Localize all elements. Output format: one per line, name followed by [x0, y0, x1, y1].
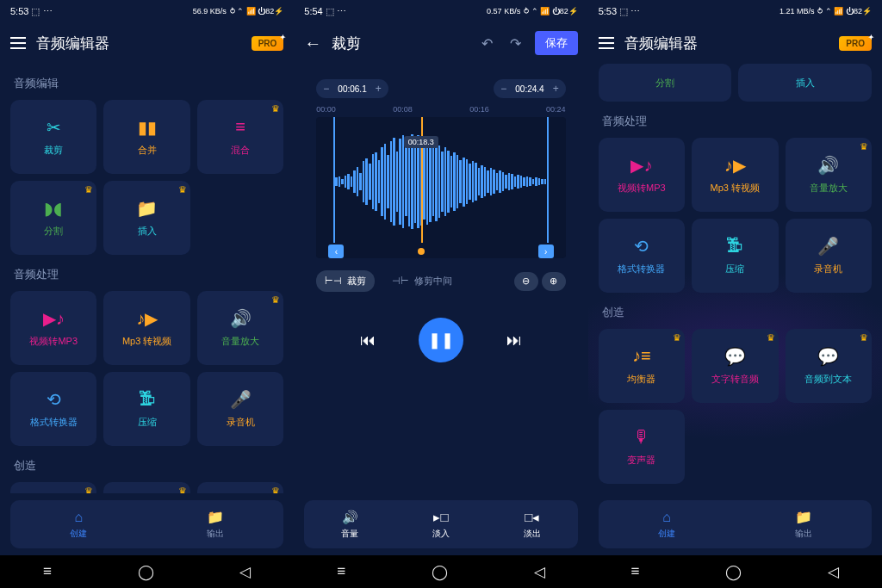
minus-icon[interactable]: − [500, 83, 506, 95]
playhead-dot[interactable] [418, 248, 425, 255]
crown-icon: ♛ [860, 332, 868, 344]
back-icon[interactable]: ◁ [828, 563, 839, 581]
nav-output[interactable]: 📁输出 [147, 500, 284, 548]
tick-label: 00:16 [469, 105, 489, 114]
back-icon[interactable]: ◁ [239, 563, 251, 581]
volume-icon: 🔊 [342, 510, 358, 525]
mode-trim-middle[interactable]: ⊣⊢修剪中间 [383, 270, 461, 292]
back-arrow-icon[interactable]: ← [304, 34, 321, 53]
card-label: 音量放大 [221, 335, 259, 348]
feature-card[interactable]: ♪▶Mp3 转视频 [103, 291, 189, 365]
feature-card[interactable]: 分割 [599, 64, 732, 102]
recent-icon[interactable]: ≡ [43, 563, 52, 580]
card-label: 压缩 [725, 263, 744, 275]
pro-badge[interactable]: PRO [839, 36, 872, 51]
status-time: 5:53 [10, 6, 28, 16]
action-fadein[interactable]: ▸□淡入 [395, 500, 487, 548]
pro-badge[interactable]: PRO [252, 36, 284, 51]
card-label: 插入 [138, 225, 157, 238]
action-fadeout[interactable]: □◂淡出 [487, 500, 578, 548]
recent-icon[interactable]: ≡ [337, 563, 345, 580]
feature-card[interactable]: ♪▶Mp3 转视频 [692, 138, 778, 212]
card-label: Mp3 转视频 [711, 182, 760, 195]
feature-card[interactable]: ♛🔊音量放大 [197, 291, 283, 365]
save-button[interactable]: 保存 [535, 31, 578, 55]
mode-trim[interactable]: ⊢⊣裁剪 [316, 270, 375, 292]
app-header: ← 裁剪 ↶↷ 保存 [294, 22, 587, 64]
card-label: 文字转音频 [711, 373, 759, 386]
nav-create[interactable]: ⌂创建 [599, 500, 736, 548]
minus-icon[interactable]: − [323, 83, 329, 95]
fadeout-icon: □◂ [525, 510, 539, 525]
home-icon[interactable]: ◯ [725, 563, 742, 581]
feature-card[interactable]: ▶♪视频转MP3 [10, 291, 96, 365]
skip-prev-icon[interactable]: ⏮ [360, 331, 376, 350]
crown-icon: ♛ [178, 184, 187, 195]
card-label: 视频转MP3 [29, 335, 78, 348]
card-label: 均衡器 [627, 373, 655, 386]
back-icon[interactable]: ◁ [534, 563, 545, 581]
card-icon: ▶♪ [43, 309, 65, 328]
action-volume[interactable]: 🔊音量 [304, 500, 395, 548]
feature-card[interactable]: ♛💬 [103, 482, 189, 493]
card-label: 裁剪 [44, 144, 63, 157]
feature-card[interactable]: ♛≡混合 [197, 100, 283, 174]
card-icon: 🎙 [633, 428, 650, 447]
zoom-out-icon[interactable]: ⊖ [514, 272, 538, 291]
start-time: 00:06.1 [338, 84, 366, 94]
waveform[interactable]: 00:18.3 ‹ › [316, 117, 565, 258]
feature-card[interactable]: ♛💬文字转音频 [692, 329, 778, 403]
skip-next-icon[interactable]: ⏭ [506, 331, 522, 350]
feature-card[interactable]: ♛💬音频到文本 [786, 329, 872, 403]
section-title-create: 创造 [14, 458, 283, 473]
start-time-control: − 00:06.1 + [316, 79, 388, 98]
zoom-in-icon[interactable]: ⊕ [542, 272, 566, 291]
tick-label: 00:08 [393, 105, 413, 114]
card-label: 压缩 [138, 416, 157, 429]
handle-right-icon[interactable]: › [538, 244, 554, 258]
feature-card[interactable]: ▶♪视频转MP3 [599, 138, 685, 212]
card-label: 混合 [231, 144, 250, 157]
feature-card[interactable]: ♛♪≡均衡器 [599, 329, 685, 403]
feature-card[interactable]: 🗜压缩 [103, 372, 189, 446]
feature-card[interactable]: 插入 [738, 64, 872, 102]
feature-card[interactable]: ⟲格式转换器 [599, 219, 685, 293]
feature-card[interactable]: ♛📁插入 [103, 181, 189, 255]
card-icon: ◗◖ [44, 199, 63, 218]
card-icon: ♪≡ [632, 347, 651, 366]
feature-card[interactable]: ♛♪≡ [10, 482, 96, 493]
pause-button[interactable]: ❚❚ [419, 318, 463, 362]
feature-card[interactable]: ▮▮合并 [103, 100, 189, 174]
app-header: 音频编辑器 PRO [588, 22, 882, 64]
handle-left-icon[interactable]: ‹ [328, 244, 344, 258]
section-title-process: 音频处理 [14, 267, 283, 282]
card-icon: 🗜 [139, 390, 156, 409]
crown-icon: ♛ [84, 486, 93, 493]
feature-card[interactable]: 🗜压缩 [692, 219, 778, 293]
feature-card[interactable]: 🎙变声器 [599, 410, 685, 484]
nav-create[interactable]: ⌂创建 [10, 500, 147, 548]
home-icon[interactable]: ◯ [432, 563, 448, 581]
main-content: 音频编辑 ✂裁剪▮▮合并♛≡混合♛◗◖分割♛📁插入 音频处理 ▶♪视频转MP3♪… [0, 64, 294, 493]
home-icon[interactable]: ◯ [138, 563, 154, 581]
feature-card[interactable]: 🎤录音机 [786, 219, 872, 293]
feature-card[interactable]: 🎤录音机 [197, 372, 283, 446]
feature-card[interactable]: ♛🔊音量放大 [786, 138, 872, 212]
nav-output[interactable]: 📁输出 [735, 500, 872, 548]
recent-icon[interactable]: ≡ [631, 563, 640, 580]
status-bar: 5:53 ⬚ ⋯ 56.9 KB/s ⥁ ⌃ 📶 ⏻82⚡ [0, 0, 294, 22]
feature-card[interactable]: ♛◗◖分割 [10, 181, 96, 255]
feature-card[interactable]: ✂裁剪 [10, 100, 96, 174]
plus-icon[interactable]: + [553, 83, 559, 95]
feature-card[interactable]: ⟲格式转换器 [10, 372, 96, 446]
feature-card[interactable]: ♛💬 [197, 482, 283, 493]
card-icon: ≡ [235, 118, 245, 137]
menu-icon[interactable] [10, 37, 26, 49]
undo-icon[interactable]: ↶ [481, 35, 493, 52]
card-icon: ♪▶ [724, 156, 746, 175]
redo-icon[interactable]: ↷ [510, 35, 521, 52]
menu-icon[interactable] [599, 37, 614, 49]
card-label: 录音机 [227, 416, 255, 429]
trim-icon: ⊢⊣ [325, 275, 342, 287]
plus-icon[interactable]: + [376, 83, 382, 95]
